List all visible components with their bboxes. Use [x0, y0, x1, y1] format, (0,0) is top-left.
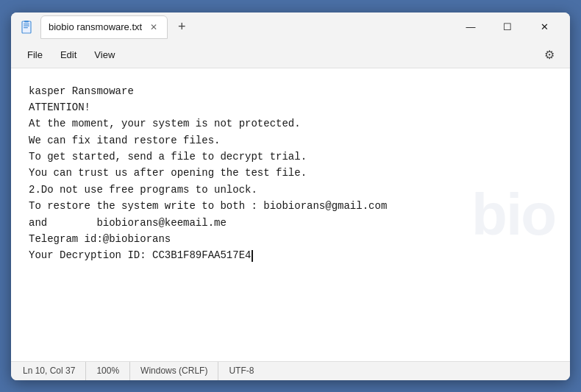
tab-area: biobio ransmoware.txt ✕ + — [40, 15, 448, 39]
svg-rect-1 — [24, 24, 29, 24]
minimize-button[interactable]: — — [454, 15, 488, 39]
new-tab-button[interactable]: + — [171, 17, 193, 38]
window-controls: — ☐ ✕ — [454, 15, 561, 39]
gear-icon[interactable]: ⚙ — [538, 43, 561, 66]
active-tab[interactable]: biobio ransmoware.txt ✕ — [40, 15, 168, 39]
zoom-level: 100% — [86, 362, 130, 380]
close-button[interactable]: ✕ — [527, 15, 561, 39]
status-bar: Ln 10, Col 37 100% Windows (CRLF) UTF-8 — [11, 361, 570, 380]
maximize-button[interactable]: ☐ — [491, 15, 524, 39]
notepad-icon — [20, 20, 35, 35]
svg-rect-2 — [24, 25, 29, 26]
menu-view[interactable]: View — [87, 46, 122, 63]
menu-edit[interactable]: Edit — [53, 46, 84, 63]
encoding: UTF-8 — [218, 362, 264, 380]
cursor-position: Ln 10, Col 37 — [20, 362, 86, 380]
text-cursor — [252, 250, 253, 262]
main-window: biobio ransmoware.txt ✕ + — ☐ ✕ File Edi… — [11, 13, 570, 380]
text-editor-area[interactable]: bio kasper Ransmoware ATTENTION! At the … — [11, 68, 570, 361]
tab-close-button[interactable]: ✕ — [148, 21, 160, 33]
tab-title: biobio ransmoware.txt — [49, 21, 142, 32]
svg-rect-3 — [24, 27, 28, 28]
document-text: kasper Ransmoware ATTENTION! At the mome… — [29, 83, 552, 264]
title-bar: biobio ransmoware.txt ✕ + — ☐ ✕ — [11, 13, 570, 42]
menu-bar: File Edit View ⚙ — [11, 42, 570, 68]
line-ending: Windows (CRLF) — [130, 362, 218, 380]
svg-rect-4 — [24, 21, 29, 23]
menu-file[interactable]: File — [20, 46, 50, 63]
